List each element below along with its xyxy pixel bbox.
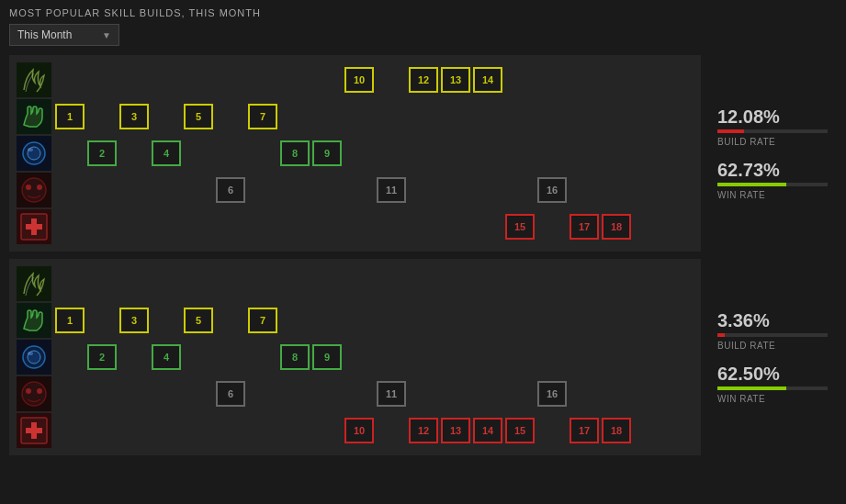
level-box: 2 <box>87 140 117 166</box>
skill-icon-face <box>17 376 51 411</box>
svg-point-23 <box>37 388 42 394</box>
win-rate-label: Win Rate <box>717 394 837 404</box>
build-row-2: 1357 2489 61116 101213141517183.36%Build… <box>9 259 837 455</box>
svg-rect-27 <box>26 428 42 433</box>
level-box: 14 <box>473 418 502 443</box>
skill-timeline-1-3: 2489 <box>55 136 694 171</box>
build-rate-bar-container <box>717 333 828 337</box>
level-box: 4 <box>152 140 181 166</box>
win-rate-value: 62.50% <box>717 364 837 385</box>
svg-rect-13 <box>26 224 42 230</box>
build-rate-bar-container <box>717 129 828 133</box>
skill-row-2-2: 1357 <box>17 303 694 338</box>
level-box: 12 <box>409 67 438 93</box>
skill-timeline-2-4: 61116 <box>55 376 694 411</box>
level-box: 15 <box>505 214 535 240</box>
build-rate-label: Build Rate <box>717 137 837 147</box>
win-rate-bar <box>717 183 786 186</box>
build-rate-bar <box>717 129 744 133</box>
skill-row-2-4: 61116 <box>17 376 694 411</box>
level-box: 15 <box>505 418 535 443</box>
skill-row-1-2: 1357 <box>17 99 694 134</box>
win-rate-bar-container <box>717 183 828 186</box>
level-box: 7 <box>248 308 277 333</box>
level-box: 6 <box>216 381 245 407</box>
skill-row-2-5: 10121314151718 <box>17 413 694 448</box>
level-box: 17 <box>570 214 599 240</box>
build-rate-value: 12.08% <box>717 106 837 128</box>
skill-timeline-2-5: 10121314151718 <box>55 413 694 448</box>
level-box: 13 <box>441 418 470 443</box>
skill-row-1-3: 2489 <box>17 136 694 171</box>
level-box: 13 <box>441 67 470 93</box>
skill-icon-claw <box>17 266 51 301</box>
win-rate-bar-container <box>717 386 828 390</box>
dropdown-label: This Month <box>17 28 72 41</box>
skill-row-1-5: 151718 <box>17 209 694 244</box>
page-title: MOST POPULAR SKILL BUILDS, THIS MONTH <box>9 7 261 18</box>
skill-timeline-2-1 <box>55 266 694 301</box>
skill-icon-hand <box>17 99 51 134</box>
level-box: 8 <box>280 140 310 166</box>
level-box: 8 <box>280 344 310 370</box>
level-box: 18 <box>602 418 631 443</box>
level-box: 9 <box>312 140 342 166</box>
win-rate-label: Win Rate <box>717 190 837 200</box>
time-filter-dropdown[interactable]: This Month ▼ <box>9 24 119 46</box>
level-box: 11 <box>377 177 406 203</box>
skill-icon-claw <box>17 62 51 97</box>
level-box: 18 <box>602 214 631 240</box>
build-rate-value: 3.36% <box>717 310 837 331</box>
skill-icon-plus <box>17 209 51 244</box>
build-chart-2: 1357 2489 61116 10121314151718 <box>9 259 701 455</box>
level-box: 11 <box>377 381 406 407</box>
stats-panel-2: 3.36%Build Rate62.50%Win Rate <box>708 259 837 455</box>
win-rate-block-2: 62.50%Win Rate <box>717 364 837 404</box>
skill-timeline-2-3: 2489 <box>55 340 694 375</box>
svg-point-8 <box>26 185 31 190</box>
level-box: 17 <box>570 418 599 443</box>
build-rate-block-1: 12.08%Build Rate <box>717 106 837 147</box>
skill-timeline-1-2: 1357 <box>55 99 694 134</box>
build-rate-bar <box>717 333 725 337</box>
build-rate-block-2: 3.36%Build Rate <box>717 310 837 351</box>
level-box: 10 <box>344 418 374 443</box>
level-box: 6 <box>216 177 245 203</box>
skill-row-2-3: 2489 <box>17 340 694 375</box>
skill-icon-hand <box>17 303 51 338</box>
build-chart-1: 10121314 1357 2489 61116 151718 <box>9 55 701 252</box>
level-box: 9 <box>312 344 342 370</box>
level-box: 2 <box>87 344 117 370</box>
skill-row-1-4: 61116 <box>17 173 694 207</box>
level-box: 4 <box>152 344 181 370</box>
level-box: 12 <box>409 418 438 443</box>
level-box: 3 <box>119 104 149 129</box>
level-box: 5 <box>184 104 213 129</box>
skill-icon-plus <box>17 413 51 448</box>
win-rate-value: 62.73% <box>717 160 837 181</box>
svg-point-19 <box>28 352 33 355</box>
level-box: 1 <box>55 308 85 333</box>
level-box: 1 <box>55 104 85 129</box>
skill-timeline-2-2: 1357 <box>55 303 694 338</box>
svg-point-5 <box>28 148 33 151</box>
chevron-down-icon: ▼ <box>102 30 111 40</box>
skill-icon-face <box>17 173 51 207</box>
win-rate-bar <box>717 386 786 390</box>
skill-timeline-1-5: 151718 <box>55 209 694 244</box>
skill-icon-orb <box>17 340 51 375</box>
level-box: 3 <box>119 308 149 333</box>
skill-row-1-1: 10121314 <box>17 62 694 97</box>
skill-timeline-1-4: 61116 <box>55 173 694 207</box>
win-rate-block-1: 62.73%Win Rate <box>717 160 837 200</box>
level-box: 7 <box>248 104 277 129</box>
level-box: 14 <box>473 67 502 93</box>
skill-icon-orb <box>17 136 51 171</box>
builds-container: 10121314 1357 2489 61116 15171812.08%Bui… <box>0 55 846 465</box>
level-box: 5 <box>184 308 213 333</box>
page-header: MOST POPULAR SKILL BUILDS, THIS MONTH Th… <box>0 0 846 55</box>
skill-row-2-1 <box>17 266 694 301</box>
svg-point-9 <box>37 185 42 190</box>
level-box: 10 <box>344 67 374 93</box>
stats-panel-1: 12.08%Build Rate62.73%Win Rate <box>708 55 837 252</box>
